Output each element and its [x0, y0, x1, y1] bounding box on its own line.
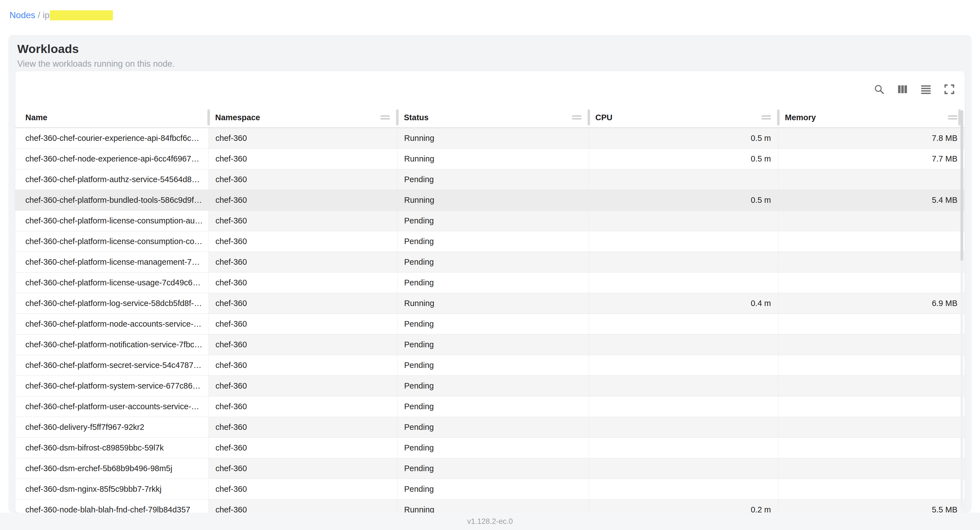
table-row[interactable]: chef-360-chef-platform-authz-service-545… [15, 169, 965, 190]
table-row[interactable]: chef-360-chef-platform-license-managemen… [15, 252, 965, 273]
cell-cpu [589, 169, 778, 190]
table-row[interactable]: chef-360-chef-platform-user-accounts-ser… [15, 396, 965, 417]
cell-cpu [589, 355, 778, 375]
cell-status: Pending [397, 437, 589, 458]
column-header-memory[interactable]: Memory [778, 107, 965, 128]
cell-cpu [589, 479, 778, 499]
cell-namespace: chef-360 [208, 211, 397, 231]
cell-name: chef-360-chef-platform-license-consumpti… [15, 211, 208, 231]
cell-cpu [589, 334, 778, 355]
table-row[interactable]: chef-360-dsm-erchef-5b68b9b496-98m5jchef… [15, 458, 965, 479]
cell-memory [778, 314, 965, 334]
cell-cpu [589, 417, 778, 437]
table-row[interactable]: chef-360-chef-platform-license-consumpti… [15, 211, 965, 231]
cell-name: chef-360-chef-platform-log-service-58dcb… [15, 293, 208, 313]
cell-namespace: chef-360 [208, 190, 397, 210]
cell-name: chef-360-dsm-erchef-5b68b9b496-98m5j [15, 458, 208, 479]
table-row[interactable]: chef-360-chef-node-experience-api-6cc4f6… [15, 148, 965, 169]
table-row[interactable]: chef-360-chef-platform-secret-service-54… [15, 355, 965, 376]
column-header-label: Status [404, 113, 429, 122]
cell-memory [778, 231, 965, 252]
column-drag-handle-icon[interactable] [380, 114, 390, 121]
column-header-label: Name [25, 113, 48, 122]
table-row[interactable]: chef-360-chef-platform-log-service-58dcb… [15, 293, 965, 314]
table-row[interactable]: chef-360-dsm-nginx-85f5c9bbb7-7rkkjchef-… [15, 479, 965, 500]
table-row[interactable]: chef-360-chef-platform-notification-serv… [15, 334, 965, 355]
cell-cpu [589, 376, 778, 396]
column-drag-handle-icon[interactable] [572, 114, 581, 121]
table-row[interactable]: chef-360-dsm-bifrost-c89859bbc-59l7kchef… [15, 437, 965, 458]
cell-cpu: 0.5 m [589, 128, 778, 148]
cell-memory [778, 396, 965, 417]
cell-namespace: chef-360 [208, 273, 397, 293]
table-row[interactable]: chef-360-node-blah-blah-fnd-chef-79lb84d… [15, 500, 965, 513]
cell-namespace: chef-360 [208, 355, 397, 375]
cell-status: Pending [397, 458, 589, 479]
cell-namespace: chef-360 [208, 458, 397, 479]
table-body: chef-360-chef-courier-experience-api-84f… [15, 128, 965, 513]
cell-memory: 5.5 MB [778, 500, 965, 513]
density-icon[interactable] [920, 83, 932, 95]
table-row[interactable]: chef-360-chef-platform-node-accounts-ser… [15, 314, 965, 334]
cell-namespace: chef-360 [208, 293, 397, 313]
cell-namespace: chef-360 [208, 376, 397, 396]
cell-name: chef-360-dsm-nginx-85f5c9bbb7-7rkkj [15, 479, 208, 499]
cell-cpu [589, 252, 778, 272]
cell-status: Pending [397, 252, 589, 272]
table-row[interactable]: chef-360-chef-courier-experience-api-84f… [15, 128, 965, 148]
cell-status: Pending [397, 169, 589, 190]
cell-name: chef-360-chef-platform-user-accounts-ser… [15, 396, 208, 417]
footer: v1.128.2-ec.0 [0, 513, 980, 530]
cell-status: Pending [397, 334, 589, 355]
cell-status: Pending [397, 396, 589, 417]
column-header-name[interactable]: Name [15, 107, 208, 128]
column-header-label: Memory [785, 113, 816, 122]
breadcrumb: Nodes / ip [10, 10, 113, 20]
column-drag-handle-icon[interactable] [948, 114, 958, 121]
cell-namespace: chef-360 [208, 479, 397, 499]
table-row[interactable]: chef-360-delivery-f5ff7f967-92kr2chef-36… [15, 417, 965, 437]
column-header-cpu[interactable]: CPU [589, 107, 778, 128]
column-header-status[interactable]: Status [397, 107, 589, 128]
page-title: Workloads [17, 42, 79, 56]
cell-name: chef-360-chef-platform-notification-serv… [15, 334, 208, 355]
fullscreen-icon[interactable] [943, 83, 955, 95]
cell-status: Pending [397, 273, 589, 293]
breadcrumb-node-name: ip [43, 10, 49, 20]
cell-namespace: chef-360 [208, 417, 397, 437]
table-row[interactable]: chef-360-chef-platform-license-usage-7cd… [15, 273, 965, 293]
search-icon[interactable] [873, 83, 885, 95]
cell-memory: 5.4 MB [778, 190, 965, 210]
cell-status: Pending [397, 211, 589, 231]
view-columns-icon[interactable] [897, 83, 908, 95]
cell-status: Pending [397, 479, 589, 499]
column-header-namespace[interactable]: Namespace [208, 107, 397, 128]
cell-name: chef-360-node-blah-blah-fnd-chef-79lb84d… [15, 500, 208, 513]
table-panel: NameNamespaceStatusCPUMemory chef-360-ch… [15, 71, 965, 513]
column-drag-handle-icon[interactable] [762, 114, 771, 121]
cell-name: chef-360-chef-platform-license-usage-7cd… [15, 273, 208, 293]
table-row[interactable]: chef-360-chef-platform-system-service-67… [15, 376, 965, 396]
column-header-label: Namespace [215, 113, 260, 122]
cell-namespace: chef-360 [208, 314, 397, 334]
cell-cpu [589, 231, 778, 252]
table-row[interactable]: chef-360-chef-platform-bundled-tools-586… [15, 190, 965, 211]
cell-status: Running [397, 293, 589, 313]
page-subtitle: View the workloads running on this node. [17, 59, 175, 69]
cell-namespace: chef-360 [208, 396, 397, 417]
cell-memory [778, 273, 965, 293]
breadcrumb-nodes-link[interactable]: Nodes [10, 10, 35, 20]
cell-memory [778, 458, 965, 479]
cell-cpu [589, 211, 778, 231]
cell-status: Running [397, 190, 589, 210]
cell-status: Pending [397, 355, 589, 375]
cell-name: chef-360-chef-platform-secret-service-54… [15, 355, 208, 375]
cell-cpu: 0.5 m [589, 190, 778, 210]
table-row[interactable]: chef-360-chef-platform-license-consumpti… [15, 231, 965, 252]
vertical-scrollbar-track [961, 110, 963, 510]
vertical-scrollbar-thumb[interactable] [961, 110, 963, 261]
cell-name: chef-360-chef-platform-authz-service-545… [15, 169, 208, 190]
cell-memory [778, 355, 965, 375]
cell-name: chef-360-chef-platform-bundled-tools-586… [15, 190, 208, 210]
cell-namespace: chef-360 [208, 500, 397, 513]
